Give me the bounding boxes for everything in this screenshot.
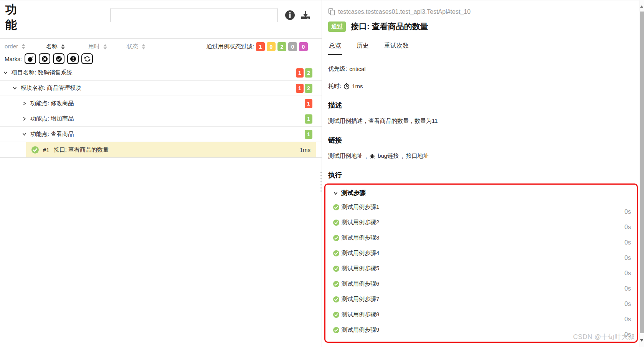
step-row[interactable]: 测试用例步骤4 0s xyxy=(333,246,631,262)
sort-order[interactable]: order xyxy=(5,43,25,50)
title-row: 通过 接口: 查看商品的数量 xyxy=(328,21,635,32)
step-duration: 0s xyxy=(624,316,631,323)
tab-retries[interactable]: 重试次数 xyxy=(383,38,410,55)
failed-count-badge: 1 xyxy=(296,68,304,78)
failed-count-badge: 1 xyxy=(305,99,312,108)
filter-badge-skipped[interactable]: 0 xyxy=(288,42,297,51)
scroll-down-arrow-icon[interactable] xyxy=(640,339,643,342)
link-api-url[interactable]: 接口地址 xyxy=(406,152,429,160)
marks-label: Marks: xyxy=(5,56,22,62)
passed-icon xyxy=(333,204,339,210)
panel-splitter-handle[interactable] xyxy=(320,172,322,192)
sort-carets-icon xyxy=(103,44,107,50)
copy-icon[interactable] xyxy=(328,8,335,15)
tree-label: 项目名称: 数码销售系统 xyxy=(12,69,72,76)
tree-controls: order 名称 用时 状态 通过用例状态过滤: 1 0 2 0 0 xyxy=(0,39,322,65)
step-row[interactable]: 测试用例步骤1 0s xyxy=(333,200,631,216)
step-duration: 0s xyxy=(624,254,631,261)
test-case-index: #1 xyxy=(43,147,50,153)
mark-passed-button[interactable] xyxy=(53,53,64,64)
duration-value: 1ms xyxy=(352,83,363,89)
mark-failed-button[interactable] xyxy=(39,53,50,64)
detail-tabs: 总览 历史 重试次数 xyxy=(328,38,635,55)
chevron-right-icon xyxy=(22,116,30,121)
duration-label: 耗时: xyxy=(328,83,341,90)
scroll-up-arrow-icon[interactable] xyxy=(640,5,643,8)
passed-count-badge: 1 xyxy=(305,130,312,139)
severity-value: critical xyxy=(349,66,366,72)
sort-duration[interactable]: 用时 xyxy=(88,43,107,50)
step-label: 测试用例步骤7 xyxy=(342,296,379,303)
step-duration: 0s xyxy=(624,285,631,292)
bug-icon xyxy=(370,154,375,159)
tree-row-feature-edit[interactable]: 功能点: 修改商品 1 xyxy=(0,96,322,111)
description-text: 测试用例描述，查看商品的数量，数量为11 xyxy=(328,117,635,125)
link-testcase-url[interactable]: 测试用例地址 xyxy=(328,152,363,160)
sort-label: order xyxy=(5,43,18,50)
step-label: 测试用例步骤5 xyxy=(342,265,379,272)
tree-row-feature-view[interactable]: 功能点: 查看商品 1 xyxy=(0,126,322,142)
chevron-down-icon xyxy=(12,86,21,91)
exclamation-circle-icon xyxy=(70,56,76,62)
tab-history[interactable]: 历史 xyxy=(356,38,370,55)
tab-overview[interactable]: 总览 xyxy=(328,38,342,55)
step-duration: 0s xyxy=(624,239,631,246)
filter-badge-passed[interactable]: 2 xyxy=(277,42,286,51)
vertical-scrollbar[interactable] xyxy=(639,0,644,347)
tree-row-project[interactable]: 项目名称: 数码销售系统 1 2 xyxy=(0,65,322,80)
chevron-down-icon xyxy=(22,132,30,137)
step-row[interactable]: 测试用例步骤2 0s xyxy=(333,216,631,231)
step-duration: 0s xyxy=(624,224,631,231)
sort-name[interactable]: 名称 xyxy=(46,43,65,50)
row-badges: 1 2 xyxy=(296,84,312,93)
test-tree-panel: 功能 order 名称 用时 状态 xyxy=(0,0,322,347)
mark-flaky-button[interactable] xyxy=(25,53,36,64)
test-steps-title: 测试步骤 xyxy=(341,189,366,197)
tree-leaf-outer: #1 接口: 查看商品的数量 1ms xyxy=(0,142,322,158)
test-steps-toggle[interactable]: 测试步骤 xyxy=(333,189,631,197)
link-separator: , xyxy=(401,153,403,159)
status-badge: 通过 xyxy=(328,21,346,32)
links-row: 测试用例地址 , bug链接 , 接口地址 xyxy=(328,152,635,160)
marks-filter: Marks: xyxy=(5,53,93,64)
tree-row-feature-add[interactable]: 功能点: 增加商品 1 xyxy=(0,111,322,126)
severity-row: 优先级: critical xyxy=(328,65,635,73)
passed-icon xyxy=(31,146,39,154)
step-row[interactable]: 测试用例步骤8 0s xyxy=(333,308,631,323)
refresh-icon xyxy=(84,56,91,62)
search-input[interactable] xyxy=(110,8,278,22)
sort-label: 状态 xyxy=(127,43,138,50)
step-row[interactable]: 测试用例步骤3 0s xyxy=(333,231,631,246)
bomb-icon xyxy=(27,56,34,62)
step-label: 测试用例步骤2 xyxy=(342,219,379,226)
sort-carets-icon xyxy=(21,44,25,49)
link-bug-url[interactable]: bug链接 xyxy=(378,152,399,160)
step-row[interactable]: 测试用例步骤9 0s xyxy=(333,323,631,339)
step-duration: 0s xyxy=(624,270,631,277)
step-label: 测试用例步骤6 xyxy=(342,280,379,288)
fullname-row: testcases.testcases01.test_api3.TestApi#… xyxy=(328,0,635,15)
link-separator: , xyxy=(365,153,367,159)
tree-row-module[interactable]: 模块名称: 商品管理模块 1 2 xyxy=(0,80,322,96)
test-case-row-selected[interactable]: #1 接口: 查看商品的数量 1ms xyxy=(26,142,316,157)
download-icon[interactable] xyxy=(301,10,310,20)
sort-status[interactable]: 状态 xyxy=(127,43,145,50)
tree-header: 功能 xyxy=(0,0,322,39)
filter-badge-failed[interactable]: 1 xyxy=(256,42,265,51)
mark-retry-button[interactable] xyxy=(81,53,93,64)
filter-badge-unknown[interactable]: 0 xyxy=(299,42,308,51)
row-badges: 1 xyxy=(305,99,312,108)
step-row[interactable]: 测试用例步骤5 0s xyxy=(333,262,631,277)
check-circle-icon xyxy=(56,56,62,62)
mark-broken-button[interactable] xyxy=(67,53,79,64)
step-row[interactable]: 测试用例步骤6 0s xyxy=(333,277,631,292)
sort-carets-icon xyxy=(142,44,145,50)
passed-icon xyxy=(333,281,339,287)
tree-label: 功能点: 查看商品 xyxy=(30,131,74,138)
test-tree: 项目名称: 数码销售系统 1 2 模块名称: 商品管理模块 1 2 功能点: 修… xyxy=(0,65,322,158)
filter-badge-broken[interactable]: 0 xyxy=(267,42,276,51)
info-icon[interactable] xyxy=(285,10,295,20)
step-row[interactable]: 测试用例步骤7 0s xyxy=(333,292,631,308)
passed-icon xyxy=(333,266,339,272)
scrollbar-thumb[interactable] xyxy=(640,12,644,333)
